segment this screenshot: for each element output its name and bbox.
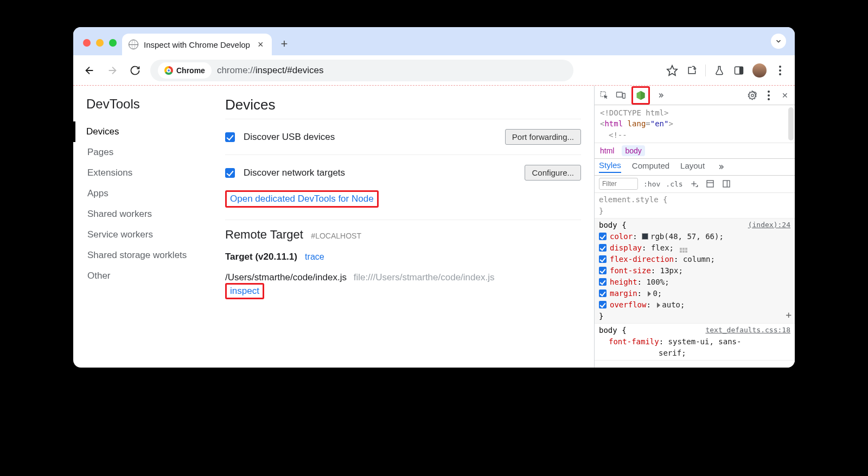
rule-source-2[interactable]: text_defaults.css:18	[705, 325, 790, 336]
svg-marker-2	[667, 65, 677, 75]
chrome-chip-label: Chrome	[176, 66, 205, 75]
devtools-toolbar: ✕	[595, 86, 795, 105]
browser-tab[interactable]: Inspect with Chrome Develop ×	[122, 34, 272, 55]
inspect-devices-page: DevTools DevicesPagesExtensionsAppsShare…	[73, 86, 594, 368]
labs-icon[interactable]	[713, 65, 725, 76]
devtools-pane: ✕ <!DOCTYPE html> <html lang="en"> <!-- …	[594, 86, 795, 368]
sidebar-item-pages[interactable]: Pages	[86, 142, 211, 163]
target-label: Target	[225, 252, 253, 262]
sidebar-item-service-workers[interactable]: Service workers	[86, 224, 211, 245]
discover-usb-checkbox[interactable]	[225, 132, 235, 142]
devtools-menu-icon[interactable]	[763, 90, 774, 101]
svg-rect-8	[623, 93, 626, 98]
svg-marker-10	[641, 91, 645, 100]
svg-rect-5	[739, 67, 743, 74]
styles-filter-bar: :hov .cls	[595, 176, 795, 193]
discover-network-label: Discover network targets	[244, 168, 516, 178]
sidebar: DevTools DevicesPagesExtensionsAppsShare…	[86, 97, 211, 357]
toolbar-separator	[705, 65, 706, 76]
sidebar-item-apps[interactable]: Apps	[86, 183, 211, 204]
sidebar-item-other[interactable]: Other	[86, 266, 211, 286]
inspect-element-icon[interactable]	[599, 90, 610, 101]
css-declaration[interactable]: display: flex;	[599, 242, 790, 254]
computed-styles-icon[interactable]	[705, 178, 716, 189]
new-tab-button[interactable]: +	[280, 37, 288, 51]
tab-computed[interactable]: Computed	[632, 161, 669, 172]
css-declaration[interactable]: overflow: auto;	[599, 299, 790, 311]
property-enabled-checkbox[interactable]	[599, 301, 607, 308]
svg-rect-14	[707, 181, 713, 187]
expand-caret-icon[interactable]	[657, 303, 660, 308]
elements-tree[interactable]: <!DOCTYPE html> <html lang="en"> <!--	[595, 105, 795, 143]
hov-toggle[interactable]: :hov	[643, 180, 660, 188]
chrome-chip: Chrome	[158, 62, 212, 79]
configure-button[interactable]: Configure...	[525, 165, 581, 181]
svg-rect-7	[617, 92, 623, 97]
crumb-html[interactable]: html	[600, 146, 614, 155]
target-path: /Users/stmarthe/code/index.js	[225, 272, 347, 282]
color-swatch[interactable]	[642, 233, 648, 240]
tab-layout[interactable]: Layout	[680, 161, 705, 172]
open-node-devtools-link[interactable]: Open dedicated DevTools for Node	[230, 194, 374, 204]
address-bar[interactable]: Chrome chrome://inspect/#devices	[150, 60, 573, 81]
sidebar-item-shared-workers[interactable]: Shared workers	[86, 204, 211, 224]
expand-caret-icon[interactable]	[648, 291, 651, 297]
port-forwarding-button[interactable]: Port forwarding...	[505, 129, 581, 145]
rule-source[interactable]: (index):24	[748, 220, 790, 230]
flex-badge-icon[interactable]	[680, 248, 687, 253]
property-enabled-checkbox[interactable]	[599, 290, 607, 297]
css-declaration[interactable]: font-size: 13px;	[599, 265, 790, 276]
property-enabled-checkbox[interactable]	[599, 244, 607, 252]
property-enabled-checkbox[interactable]	[599, 267, 607, 274]
maximize-window-button[interactable]	[109, 39, 117, 47]
close-tab-button[interactable]: ×	[256, 38, 266, 52]
bookmark-star-icon[interactable]	[666, 65, 678, 76]
breadcrumb: html body	[595, 143, 795, 158]
device-toggle-icon[interactable]	[615, 90, 626, 101]
sidebar-item-extensions[interactable]: Extensions	[86, 163, 211, 183]
tab-overflow-button[interactable]	[771, 34, 786, 49]
node-panel-highlight	[631, 86, 650, 105]
remote-target-heading: Remote Target	[225, 228, 303, 241]
css-declaration[interactable]: color: rgb(48, 57, 66);	[599, 231, 790, 242]
trace-link[interactable]: trace	[305, 252, 324, 261]
property-enabled-checkbox[interactable]	[599, 278, 607, 286]
chrome-menu-button[interactable]	[774, 65, 786, 76]
add-property-button[interactable]: +	[786, 307, 792, 322]
more-tabs-icon[interactable]	[716, 162, 726, 172]
discover-network-checkbox[interactable]	[225, 168, 235, 178]
toolbar: Chrome chrome://inspect/#devices	[73, 55, 795, 86]
property-enabled-checkbox[interactable]	[599, 255, 607, 263]
css-declaration[interactable]: height: 100%;	[599, 276, 790, 288]
profile-avatar[interactable]	[752, 63, 767, 78]
tab-styles[interactable]: Styles	[599, 160, 621, 173]
inspect-link[interactable]: inspect	[230, 286, 259, 297]
settings-gear-icon[interactable]	[747, 90, 758, 101]
scrollbar[interactable]	[788, 107, 794, 140]
back-button[interactable]	[82, 63, 97, 78]
reload-button[interactable]	[127, 63, 143, 78]
side-panel-icon[interactable]	[733, 65, 745, 76]
crumb-body[interactable]: body	[622, 145, 644, 156]
globe-icon	[129, 40, 138, 49]
cls-toggle[interactable]: .cls	[666, 180, 682, 188]
toggle-sidebar-icon[interactable]	[721, 178, 732, 189]
more-panels-icon[interactable]	[655, 90, 666, 101]
css-declaration[interactable]: flex-direction: column;	[599, 254, 790, 265]
css-declaration[interactable]: margin: 0;	[599, 288, 790, 299]
styles-pane[interactable]: element.style { } (index):24 body { colo…	[595, 193, 795, 368]
nodejs-icon[interactable]	[634, 88, 648, 102]
forward-button[interactable]	[105, 63, 120, 78]
property-enabled-checkbox[interactable]	[599, 233, 607, 240]
close-devtools-icon[interactable]: ✕	[780, 90, 790, 101]
styles-filter-input[interactable]	[599, 178, 638, 190]
extensions-icon[interactable]	[686, 65, 698, 76]
svg-rect-16	[723, 181, 730, 187]
minimize-window-button[interactable]	[96, 39, 104, 47]
window-controls	[83, 39, 117, 47]
new-style-rule-icon[interactable]	[688, 178, 699, 189]
close-window-button[interactable]	[83, 39, 91, 47]
remote-target-badge: #LOCALHOST	[311, 231, 361, 240]
sidebar-item-shared-storage-worklets[interactable]: Shared storage worklets	[86, 245, 211, 266]
sidebar-item-devices[interactable]: Devices	[73, 121, 211, 142]
